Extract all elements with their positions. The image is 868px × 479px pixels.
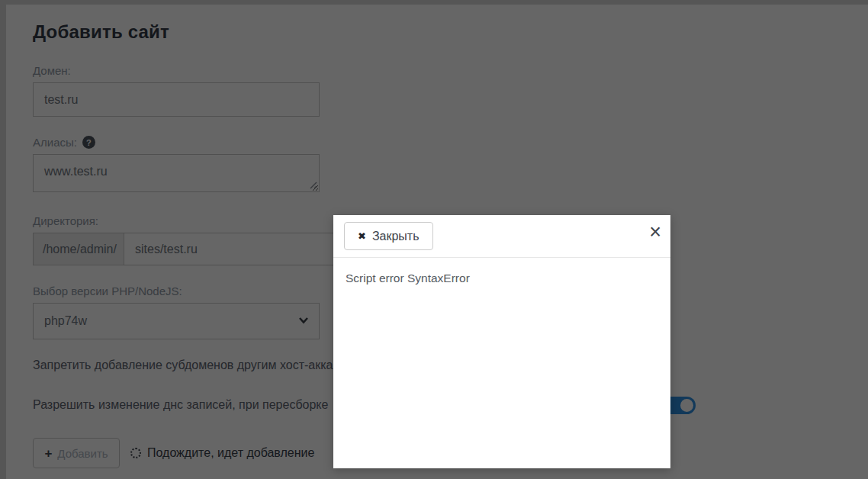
- corner-close-icon[interactable]: ×: [649, 218, 661, 247]
- error-modal: ✖ Закрыть × Script error SyntaxError: [333, 215, 670, 468]
- modal-body-text: Script error SyntaxError: [333, 258, 670, 299]
- modal-close-button[interactable]: ✖ Закрыть: [344, 222, 433, 250]
- modal-close-button-label: Закрыть: [372, 230, 420, 243]
- page: Добавить сайт Домен: Алиасы: ? www.test.…: [0, 0, 868, 479]
- modal-header: ✖ Закрыть ×: [333, 215, 670, 258]
- close-x-icon: ✖: [358, 230, 366, 242]
